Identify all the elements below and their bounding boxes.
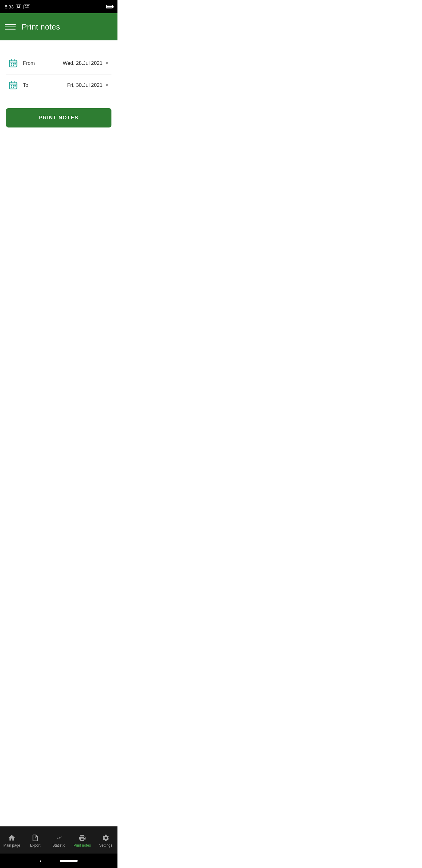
printer-icon [78, 834, 87, 842]
system-bar: ‹ [0, 854, 118, 868]
from-label: From [23, 60, 41, 66]
export-icon [31, 834, 39, 842]
svg-rect-6 [14, 63, 16, 64]
battery-icon [106, 5, 112, 8]
calendar-from-icon [8, 59, 18, 68]
menu-icon[interactable] [5, 22, 16, 32]
nav-label-print-notes: Print notes [73, 843, 91, 847]
calendar-to-icon [8, 81, 18, 90]
bottom-nav: Main page Export Statistic Print notes [0, 827, 118, 854]
nav-label-export: Export [30, 843, 41, 847]
svg-rect-14 [13, 85, 14, 87]
nav-label-statistic: Statistic [53, 843, 65, 847]
app-header: Print notes [0, 13, 118, 40]
statistic-icon [55, 834, 63, 842]
nav-label-settings: Settings [99, 843, 112, 847]
to-dropdown-arrow: ▼ [105, 83, 109, 88]
status-bar-left: 5:33 M GE [5, 4, 30, 9]
status-time: 5:33 [5, 4, 13, 9]
nav-item-statistic[interactable]: Statistic [47, 829, 70, 852]
from-dropdown-arrow: ▼ [105, 61, 109, 66]
home-indicator[interactable] [60, 860, 78, 862]
ge-icon: GE [24, 4, 30, 9]
main-content: From Wed, 28.Jul 2021 ▼ To Fri, 30.Jul 2… [0, 40, 118, 827]
from-value: Wed, 28.Jul 2021 [41, 60, 105, 66]
to-date-picker[interactable]: To Fri, 30.Jul 2021 ▼ [6, 74, 111, 96]
svg-rect-4 [11, 63, 12, 64]
to-value: Fri, 30.Jul 2021 [41, 82, 105, 88]
svg-rect-15 [14, 85, 16, 87]
print-notes-button[interactable]: PRINT NOTES [6, 108, 111, 127]
nav-item-print-notes[interactable]: Print notes [70, 829, 94, 852]
svg-rect-13 [11, 85, 12, 87]
settings-icon [101, 834, 110, 842]
svg-rect-8 [13, 65, 14, 66]
nav-label-main-page: Main page [3, 843, 20, 847]
status-bar-right [106, 5, 112, 8]
svg-rect-17 [13, 87, 14, 88]
home-icon [7, 834, 16, 842]
gmail-icon: M [16, 4, 21, 9]
back-button[interactable]: ‹ [40, 858, 41, 864]
nav-item-main-page[interactable]: Main page [0, 829, 24, 852]
svg-rect-7 [11, 65, 12, 66]
status-bar: 5:33 M GE [0, 0, 118, 13]
page-title: Print notes [22, 22, 60, 32]
to-label: To [23, 82, 41, 88]
nav-item-settings[interactable]: Settings [94, 829, 118, 852]
svg-rect-16 [11, 87, 12, 88]
nav-item-export[interactable]: Export [24, 829, 47, 852]
svg-rect-5 [13, 63, 14, 64]
from-date-picker[interactable]: From Wed, 28.Jul 2021 ▼ [6, 53, 111, 74]
